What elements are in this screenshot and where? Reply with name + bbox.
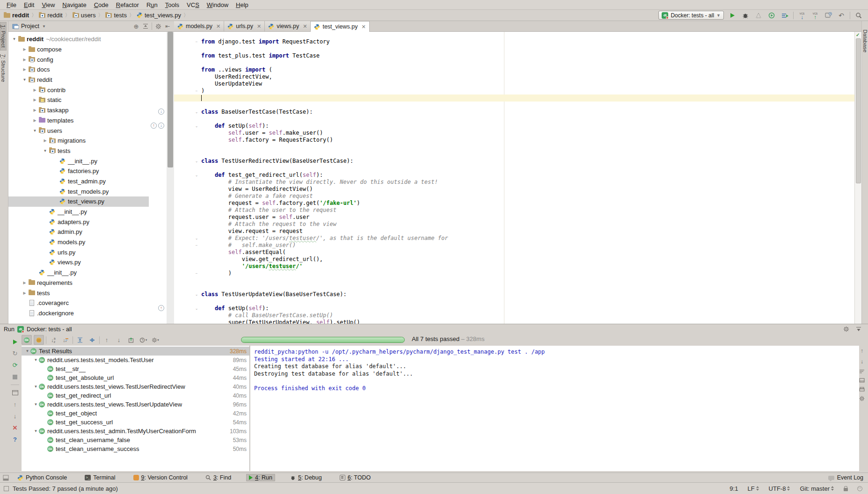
close-icon[interactable]: ✕ bbox=[303, 23, 307, 29]
test-settings-gear-icon[interactable]: ▾ bbox=[150, 335, 160, 345]
project-panel-title[interactable]: Project bbox=[21, 23, 39, 29]
next-test-icon[interactable]: ↓ bbox=[114, 335, 124, 345]
code-line[interactable]: request = self.factory.get('/fake-url') bbox=[174, 200, 854, 207]
toggle-stripes-icon[interactable] bbox=[4, 486, 9, 491]
code-line[interactable] bbox=[174, 102, 854, 109]
tree-item-tests[interactable]: ▶tests bbox=[8, 288, 167, 298]
tree-item-admin.py[interactable]: admin.py bbox=[8, 227, 167, 237]
locate-file-icon[interactable]: ⊕ bbox=[131, 22, 141, 31]
editor-tab-views.py[interactable]: views.py✕ bbox=[265, 21, 311, 31]
test-row[interactable]: OKtest__str__45ms bbox=[22, 364, 249, 373]
code-line[interactable] bbox=[174, 144, 854, 151]
expanded-arrow-icon[interactable]: ▼ bbox=[33, 358, 39, 362]
hide-panel-icon[interactable]: ⇤ bbox=[163, 22, 172, 31]
fold-marker[interactable]: ⌄ bbox=[194, 172, 199, 179]
tree-item-test_models.py[interactable]: test_models.py bbox=[8, 186, 167, 196]
restart-button[interactable]: ⟳ bbox=[9, 359, 21, 371]
test-row[interactable]: OKtest_clean_username_success50ms bbox=[22, 444, 249, 453]
code-line[interactable]: view.request = request bbox=[174, 228, 854, 235]
vcs-update-button[interactable]: VCS↓ bbox=[797, 11, 807, 20]
menu-refactor[interactable]: Refactor bbox=[112, 1, 143, 9]
collapsed-arrow-icon[interactable]: ▶ bbox=[32, 108, 38, 112]
test-row[interactable]: OKtest_get_absolute_url44ms bbox=[22, 373, 249, 382]
code-line[interactable]: class BaseUserTestCase(TestCase): bbox=[174, 109, 854, 116]
code-line[interactable]: class TestUserRedirectView(BaseUserTestC… bbox=[174, 158, 854, 165]
code-line[interactable] bbox=[174, 277, 854, 284]
menu-vcs[interactable]: VCS bbox=[183, 1, 203, 9]
code-line[interactable]: super(TestUserUpdateView, self).setUp() bbox=[174, 319, 854, 324]
close-icon[interactable]: ✕ bbox=[9, 422, 21, 434]
collapsed-arrow-icon[interactable]: ▶ bbox=[42, 138, 48, 143]
code-line[interactable]: # Attach the user to the request bbox=[174, 207, 854, 214]
editor-tab-models.py[interactable]: models.py✕ bbox=[174, 21, 224, 31]
code-line[interactable] bbox=[174, 284, 854, 291]
editor-scrollbar-thumb[interactable] bbox=[856, 38, 861, 183]
menu-tools[interactable]: Tools bbox=[161, 1, 183, 9]
show-console-icon[interactable] bbox=[9, 387, 21, 399]
close-icon[interactable]: ✕ bbox=[216, 23, 220, 29]
sort-alphabetically-icon[interactable]: ↓az bbox=[48, 335, 58, 345]
expanded-arrow-icon[interactable]: ▼ bbox=[33, 385, 39, 389]
encoding-widget[interactable]: UTF-8 bbox=[769, 485, 791, 492]
code-line[interactable]: UserRedirectView, bbox=[174, 73, 854, 80]
tree-item-requirements[interactable]: ▶requirements bbox=[8, 278, 167, 288]
tree-item-urls.py[interactable]: urls.py bbox=[8, 247, 167, 257]
test-row[interactable]: OKtest_clean_username_false53ms bbox=[22, 436, 249, 444]
expanded-arrow-icon[interactable]: ▼ bbox=[33, 429, 39, 433]
toolwindow-button-5-debug[interactable]: 5: Debug bbox=[287, 474, 325, 481]
hector-inspection-icon[interactable] bbox=[857, 486, 862, 491]
fold-marker[interactable]: ⌄ bbox=[194, 291, 199, 298]
code-line[interactable] bbox=[174, 94, 854, 102]
vcs-commit-button[interactable]: VCS↑ bbox=[810, 11, 820, 20]
code-line[interactable]: def setUp(self): bbox=[174, 305, 854, 312]
toolwindow-button-6-todo[interactable]: 6: TODO bbox=[337, 474, 374, 481]
editor-tab-test_views.py[interactable]: test_views.py✕ bbox=[311, 21, 369, 32]
code-line[interactable]: self.factory = RequestFactory() bbox=[174, 137, 854, 144]
fold-marker[interactable]: − bbox=[194, 242, 199, 249]
gear-icon[interactable] bbox=[843, 326, 849, 332]
fold-marker[interactable]: ⌄ bbox=[194, 305, 199, 312]
toolwindow-button-python-console[interactable]: Python Console bbox=[15, 474, 70, 481]
code-line[interactable]: UserUpdateView bbox=[174, 80, 854, 87]
tree-item-.coveragerc[interactable]: .coveragerc bbox=[8, 298, 167, 308]
toolwindow-button-3-find[interactable]: 3: Find bbox=[203, 474, 234, 481]
tree-item-reddit[interactable]: ▼reddit~/cookiecutter/reddit bbox=[8, 34, 167, 44]
run-with-coverage-button[interactable] bbox=[754, 11, 763, 20]
editor-scrollbar[interactable]: ✓ bbox=[854, 32, 861, 324]
code-line[interactable]: ) bbox=[174, 270, 854, 277]
line-separator-widget[interactable]: LF bbox=[747, 485, 759, 492]
tree-item-test_views.py[interactable]: test_views.py bbox=[8, 196, 167, 207]
test-row[interactable]: OKtest_get_object42ms bbox=[22, 409, 249, 418]
expanded-arrow-icon[interactable]: ▼ bbox=[42, 149, 48, 153]
tree-item-migrations[interactable]: ▶migrations bbox=[8, 136, 167, 146]
editor-tab-urls.py[interactable]: urls.py✕ bbox=[224, 21, 265, 31]
tree-item-test_admin.py[interactable]: test_admin.py bbox=[8, 176, 167, 187]
code-line[interactable]: # self.make_user() bbox=[174, 242, 854, 249]
menu-run[interactable]: Run bbox=[143, 1, 161, 9]
help-icon[interactable]: ? bbox=[9, 434, 21, 445]
toolwindow-button-terminal[interactable]: >_Terminal bbox=[82, 474, 118, 481]
code-line[interactable]: def test_get_redirect_url(self): bbox=[174, 172, 854, 179]
test-row[interactable]: ▼OKreddit.users.tests.test_views.TestUse… bbox=[22, 400, 249, 409]
tree-item-.dockerignore[interactable]: .dockerignore bbox=[8, 308, 167, 319]
tree-item-__init__.py[interactable]: __init__.py bbox=[8, 156, 167, 166]
code-line[interactable]: # Generate a fake request bbox=[174, 193, 854, 200]
collapse-all-icon[interactable] bbox=[87, 335, 97, 345]
run-dashboard-button[interactable] bbox=[780, 11, 789, 20]
code-line[interactable] bbox=[174, 59, 854, 66]
code-editor[interactable]: from django.test import RequestFactoryfr… bbox=[174, 32, 854, 324]
expanded-arrow-icon[interactable]: ▼ bbox=[24, 349, 30, 353]
tree-item-compose[interactable]: ▶compose bbox=[8, 44, 167, 55]
test-row[interactable]: ▼OKreddit.users.tests.test_views.TestUse… bbox=[22, 382, 249, 391]
menu-view[interactable]: View bbox=[38, 1, 58, 9]
code-line[interactable]: # Expect: '/users/testuser/', as that is… bbox=[174, 235, 854, 242]
test-row[interactable]: ▼OKreddit.users.tests.test_admin.TestMyU… bbox=[22, 427, 249, 436]
git-branch-widget[interactable]: Git: master bbox=[800, 485, 834, 492]
run-configuration-select[interactable]: di Docker: tests - all ▼ bbox=[658, 11, 724, 20]
show-passed-toggle[interactable]: OK bbox=[22, 335, 32, 345]
fold-marker[interactable]: − bbox=[194, 38, 199, 45]
inspections-ok-icon[interactable]: ✓ bbox=[856, 32, 860, 37]
menu-window[interactable]: Window bbox=[203, 1, 232, 9]
compare-history-button[interactable] bbox=[824, 11, 833, 20]
profile-button[interactable] bbox=[767, 11, 776, 20]
